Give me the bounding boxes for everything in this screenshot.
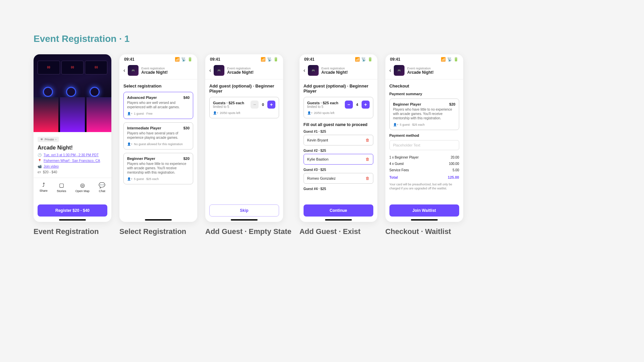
skip-button[interactable]: Skip bbox=[209, 204, 279, 217]
trash-icon[interactable]: 🗑 bbox=[366, 138, 370, 142]
wifi-icon: 📡 bbox=[361, 57, 366, 62]
guest-price: Guests · $25 each bbox=[307, 101, 338, 105]
item-price: $20 bbox=[449, 102, 455, 106]
privacy-badge[interactable]: 👁 Private › bbox=[38, 137, 59, 142]
header-title: Arcade Night! bbox=[321, 70, 348, 75]
home-indicator bbox=[145, 219, 172, 221]
home-indicator bbox=[59, 219, 86, 221]
status-time: 09:41 bbox=[124, 57, 135, 62]
registration-option-advanced[interactable]: Advanced Player$40 Players who are well … bbox=[123, 92, 193, 119]
event-location: Fishermen Wharf · San Francisco, CA bbox=[44, 159, 100, 163]
line-value: 20.00 bbox=[451, 156, 459, 159]
signal-icon: 📶 bbox=[175, 57, 180, 62]
spots-left: 20/50 spots left bbox=[314, 111, 334, 115]
payment-method-input[interactable]: Placeholder Text bbox=[389, 140, 459, 150]
back-button[interactable]: ‹ bbox=[209, 67, 211, 73]
registration-option-intermediate[interactable]: Intermediate Player$30 Players who have … bbox=[123, 122, 193, 149]
person-plus-icon: 👤+ bbox=[393, 123, 398, 126]
line-label: 4 x Guest bbox=[389, 162, 404, 166]
screen-label: Select Registration bbox=[119, 227, 197, 236]
share-label: Share bbox=[40, 189, 48, 192]
total-row: Total125.00 bbox=[389, 173, 459, 181]
spots-left: 20/50 spots left bbox=[220, 111, 240, 115]
stories-icon: ▢ bbox=[59, 182, 64, 188]
event-thumbnail: 🎮 bbox=[214, 65, 224, 76]
join-waitlist-button[interactable]: Join Waitlist bbox=[389, 204, 459, 217]
screen-add-guest-empty: 09:41📶📡🔋 ‹ 🎮 Event registrationArcade Ni… bbox=[205, 54, 283, 222]
option-meta: 5 guest · $25 each bbox=[134, 177, 159, 181]
stories-label: Stories bbox=[57, 189, 66, 193]
option-meta: 1 guest · Free bbox=[134, 112, 153, 115]
event-location-row[interactable]: 📍 Fishermen Wharf · San Francisco, CA bbox=[34, 158, 111, 164]
status-bar: 09:41📶📡🔋 bbox=[205, 54, 283, 63]
quantity-value: 0 bbox=[261, 103, 265, 107]
back-button[interactable]: ‹ bbox=[304, 67, 305, 73]
screen-label: Event Registration bbox=[34, 227, 111, 236]
open-map-action[interactable]: ◎Open Map bbox=[75, 182, 90, 193]
guest-label: Guest #2 · $25 bbox=[304, 149, 373, 153]
line-item: Service Fees5.00 bbox=[389, 167, 459, 173]
status-time: 09:41 bbox=[210, 57, 220, 62]
guest-name-input[interactable]: Romeo Gonzalez🗑 bbox=[304, 173, 373, 184]
event-title: Arcade Night! bbox=[34, 142, 111, 152]
battery-icon: 🔋 bbox=[273, 57, 278, 62]
trash-icon[interactable]: 🗑 bbox=[366, 176, 370, 181]
total-label: Total bbox=[389, 175, 398, 179]
register-button[interactable]: Register $20 - $40 bbox=[38, 204, 107, 217]
checkout-heading: Checkout bbox=[389, 83, 459, 88]
payment-method-heading: Payment method bbox=[389, 133, 459, 137]
tag-icon: 🏷 bbox=[38, 170, 41, 174]
guest-limit: limited to 5 bbox=[307, 105, 338, 109]
stories-action[interactable]: ▢Stories bbox=[57, 182, 66, 193]
header-breadcrumb: Event registration bbox=[141, 67, 165, 70]
guest-name-input[interactable]: Kevin Bryant🗑 bbox=[304, 135, 373, 145]
person-plus-icon: 👤+ bbox=[127, 142, 132, 146]
battery-icon: 🔋 bbox=[368, 57, 373, 62]
guest-instruction: Fill out all guest name to proceed bbox=[304, 122, 373, 127]
guest-label: Guest #3 · $25 bbox=[304, 168, 373, 172]
share-action[interactable]: ⤴Share bbox=[40, 182, 48, 193]
person-plus-icon: 👤+ bbox=[307, 111, 313, 115]
screen-checkout: 09:41📶📡🔋 ‹ 🎮 Event registrationArcade Ni… bbox=[385, 54, 463, 222]
header-title: Arcade Night! bbox=[227, 70, 254, 75]
decrement-button[interactable]: − bbox=[345, 101, 353, 109]
pin-icon: 📍 bbox=[38, 159, 42, 163]
chat-action[interactable]: 💬Chat bbox=[99, 182, 105, 193]
item-desc: Players who have little to no experience… bbox=[393, 107, 455, 120]
back-button[interactable]: ‹ bbox=[123, 67, 125, 73]
item-name: Beginner Player bbox=[393, 102, 421, 106]
guest-name-value: Kevin Bryant bbox=[307, 138, 328, 142]
status-time: 09:41 bbox=[304, 57, 315, 62]
page-title: Event Registration · 1 bbox=[34, 34, 610, 44]
header-breadcrumb: Event registration bbox=[407, 67, 431, 70]
increment-button[interactable]: + bbox=[362, 101, 370, 109]
screen-label: Add Guest · Exist bbox=[300, 227, 377, 236]
battery-icon: 🔋 bbox=[187, 57, 193, 62]
privacy-label: Private bbox=[45, 138, 54, 141]
event-datetime-row[interactable]: 🕐 Tue, oct 3 at 1:30 PM - 2:30 PM PDT bbox=[34, 152, 111, 158]
guest-label: Guest #1 · $25 bbox=[304, 130, 373, 133]
guest-name-value: Romeo Gonzalez bbox=[307, 176, 336, 180]
trash-icon[interactable]: 🗑 bbox=[366, 157, 370, 162]
payment-summary-heading: Payment summary bbox=[389, 92, 459, 96]
status-bar: 09:41📶📡🔋 bbox=[119, 54, 197, 63]
event-price-range: $20 - $40 bbox=[43, 170, 57, 174]
increment-button[interactable]: + bbox=[267, 101, 275, 109]
total-value: 125.00 bbox=[448, 175, 459, 179]
guest-name-input[interactable]: Kylie Bastion🗑 bbox=[304, 154, 373, 165]
continue-button[interactable]: Continue bbox=[304, 204, 373, 217]
quantity-value: 4 bbox=[356, 103, 359, 107]
event-thumbnail: 🎮 bbox=[128, 65, 139, 76]
guest-label: Guest #4 · $25 bbox=[304, 187, 373, 191]
decrement-button[interactable]: − bbox=[251, 101, 259, 109]
event-datetime: Tue, oct 3 at 1:30 PM - 2:30 PM PDT bbox=[44, 153, 99, 157]
event-video-link: Join video bbox=[44, 165, 59, 168]
chevron-right-icon: › bbox=[55, 138, 56, 141]
guest-quantity-card: Guests · $25 each limited to 5 − 0 + 👤+2… bbox=[209, 97, 279, 118]
event-video-row[interactable]: 📹 Join video bbox=[34, 164, 111, 169]
event-price-row: 🏷 $20 - $40 bbox=[34, 169, 111, 175]
guest-limit: limited to 5 bbox=[213, 105, 244, 109]
open-map-label: Open Map bbox=[75, 189, 90, 193]
back-button[interactable]: ‹ bbox=[389, 67, 391, 73]
registration-option-beginner[interactable]: Beginner Player$20 Players who have litt… bbox=[123, 153, 193, 184]
